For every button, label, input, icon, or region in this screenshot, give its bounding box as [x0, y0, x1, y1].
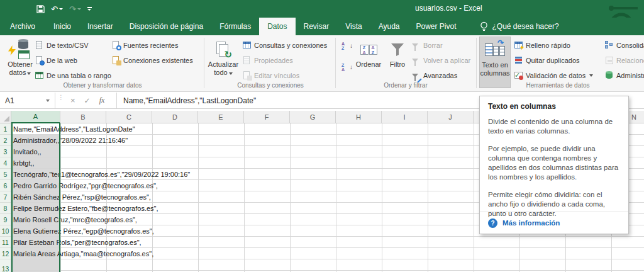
insert-function-icon[interactable]: fx — [99, 96, 105, 105]
sort-za-button[interactable]: ZA↓ — [341, 62, 353, 72]
row-header-4[interactable]: 4 — [0, 157, 11, 169]
save-icon[interactable] — [36, 5, 45, 13]
cell-row-8[interactable]: Felipe Bermudez Estero,"fbe@tecnografos.… — [13, 203, 158, 214]
tab-inicio[interactable]: Inicio — [45, 18, 79, 35]
name-box-caret-icon[interactable] — [46, 99, 50, 102]
cell-row-4[interactable]: krbtgt,, — [13, 157, 35, 169]
tab-vista[interactable]: Vista — [337, 18, 370, 35]
row-header-6[interactable]: 6 — [0, 180, 11, 191]
column-header-J[interactable]: J — [428, 111, 474, 123]
cell-row-10[interactable]: Elena Gutierrez Pérez,"egp@tecnografos.e… — [13, 225, 154, 237]
row-header-9[interactable]: 9 — [0, 214, 11, 225]
cell-row-9[interactable]: Mario Rosell Cruz,"mrc@tecografos.es", — [13, 214, 137, 225]
relationships-icon — [605, 56, 614, 65]
column-header-D[interactable]: D — [152, 111, 198, 123]
de-tabla-rango-button[interactable]: De una tabla o rango — [35, 70, 111, 81]
cell-row-1[interactable]: Name,"EmailAddress","LastLogonDate" — [13, 123, 135, 135]
customize-qat-icon[interactable] — [87, 7, 92, 11]
mas-informacion-label: Más información — [502, 218, 560, 228]
mas-informacion-link[interactable]: ? Más información — [488, 218, 560, 228]
column-header-F[interactable]: F — [244, 111, 290, 123]
column-header-G[interactable]: G — [290, 111, 336, 123]
cell-row-11[interactable]: Pilar Esteban Rols,"per@tecnografos.es", — [13, 237, 142, 248]
refresh-all-icon: ↻ — [216, 39, 230, 60]
enter-icon: ✓ — [84, 96, 91, 105]
quitar-duplicados-button[interactable]: Quitar duplicados — [514, 55, 580, 65]
fuentes-recientes-button[interactable]: Fuentes recientes — [112, 40, 178, 50]
name-box[interactable]: A1 — [0, 93, 55, 108]
sort-az-button[interactable]: AZ↓ — [341, 40, 353, 51]
tab-formulas[interactable]: Fórmulas — [211, 18, 259, 35]
tab-revisar[interactable]: Revisar — [296, 18, 338, 35]
column-header-I[interactable]: I — [382, 111, 428, 123]
row-header-1[interactable]: 1 — [0, 123, 11, 135]
row-header-3[interactable]: 3 — [0, 146, 11, 157]
tab-archivo[interactable]: Archivo — [0, 18, 45, 35]
queries-connections-icon — [243, 41, 252, 50]
de-la-web-button[interactable]: De la web — [35, 55, 77, 65]
cell-row-3[interactable]: Invitado,, — [13, 146, 42, 157]
obtener-datos-button[interactable]: Obtener datos — [5, 37, 35, 88]
advanced-filter-icon — [412, 71, 421, 80]
tooltip-paragraph-3: Permite elegir cómo dividirla: con el an… — [488, 190, 620, 218]
validacion-datos-button[interactable]: ✓ Validación de datos — [514, 70, 593, 81]
redo-button: ↷ — [69, 4, 81, 14]
tell-me-search[interactable]: ¿Qué desea hacer? — [474, 18, 565, 35]
undo-caret-icon[interactable] — [59, 8, 63, 10]
column-header-C[interactable]: C — [106, 111, 152, 123]
name-box-value: A1 — [5, 96, 14, 105]
column-header-B[interactable]: B — [60, 111, 106, 123]
row-header-10[interactable]: 10 — [0, 225, 11, 237]
existing-connections-icon — [112, 56, 121, 65]
validacion-caret-icon[interactable] — [589, 74, 593, 77]
row-header-5[interactable]: 5 — [0, 169, 11, 180]
tab-power-pivot[interactable]: Power Pivot — [408, 18, 464, 35]
tab-insertar[interactable]: Insertar — [79, 18, 121, 35]
tooltip-paragraph-1: Divide el contenido de una columna de te… — [488, 117, 620, 136]
filtro-button[interactable]: Filtro — [385, 37, 410, 88]
cell-row-6[interactable]: Pedro Garrido Rodrígez,"pgr@tecnografos.… — [13, 180, 158, 191]
column-header-E[interactable]: E — [198, 111, 244, 123]
actualizar-todo-button[interactable]: ↻ Actualizar todo — [208, 37, 239, 88]
column-header-A[interactable]: A — [11, 111, 60, 123]
cell-row-2[interactable]: Administrador,,"28/09/2022 21:16:46" — [13, 135, 128, 146]
undo-button[interactable]: ↶ — [51, 4, 63, 14]
de-texto-csv-button[interactable]: De texto/CSV — [35, 40, 89, 50]
remove-duplicates-icon — [514, 56, 523, 65]
tell-me-label: ¿Qué desea hacer? — [492, 22, 559, 31]
column-header-H[interactable]: H — [336, 111, 382, 123]
web-source-icon — [35, 56, 44, 65]
ordenar-button[interactable]: ZA AZ Ordenar — [354, 37, 383, 88]
row-header-13[interactable]: 13 — [0, 263, 11, 272]
texto-en-columnas-tooltip: Texto en columnas Divide el contenido de… — [479, 96, 629, 234]
tab-disposicion[interactable]: Disposición de página — [121, 18, 211, 35]
cell-row-5[interactable]: Tecnógrafo,"tec1@tecnografos.es","29/09/… — [13, 169, 190, 180]
row-header-11[interactable]: 11 — [0, 237, 11, 248]
group-label-consultas: Consultas y conexiones — [208, 82, 333, 91]
row-header-7[interactable]: 7 — [0, 191, 11, 203]
formula-bar-grip[interactable]: ⋮ — [58, 96, 64, 99]
title-bar: ↶ ↷ usuarios.csv - Excel — [0, 0, 644, 18]
tab-datos[interactable]: Datos — [259, 18, 295, 35]
conexiones-existentes-button[interactable]: Conexiones existentes — [112, 55, 193, 65]
row-header-8[interactable]: 8 — [0, 203, 11, 214]
obtener-datos-label: Obtener — [8, 60, 33, 69]
tab-ayuda[interactable]: Ayuda — [370, 18, 408, 35]
relleno-rapido-button[interactable]: Relleno rápido — [514, 40, 570, 50]
consolidar-button[interactable]: Consolidar — [605, 40, 644, 50]
selection-border-right — [59, 123, 60, 272]
consultas-conexiones-button[interactable]: Consultas y conexiones — [243, 40, 327, 50]
select-all-corner[interactable] — [0, 111, 11, 123]
row-header-2[interactable]: 2 — [0, 135, 11, 146]
edit-links-icon — [243, 71, 252, 80]
texto-en-columnas-button[interactable]: ↷ Texto en columnas — [479, 37, 511, 88]
row-header-12[interactable]: 12 — [0, 248, 11, 259]
ribbon-datos: Obtener datos De texto/CSV De la web De … — [0, 35, 644, 92]
group-label-ordenar: Ordenar y filtrar — [337, 82, 474, 91]
avanzadas-button[interactable]: Avanzadas — [412, 70, 457, 81]
cell-row-7[interactable]: Ribén Sánchez Pérez,"rsp@tecnografos.es"… — [13, 191, 151, 203]
administrar-modelo-button[interactable]: Administrar modelo de datos — [605, 70, 644, 81]
formula-input[interactable]: Name,"EmailAddress","LastLogonDate" — [123, 93, 256, 108]
excel-window: ↶ ↷ usuarios.csv - Excel Archivo Inicio … — [0, 0, 644, 272]
cell-row-12[interactable]: Mariela Areas Artiaga,"maa@tecnografos.e… — [13, 248, 153, 259]
